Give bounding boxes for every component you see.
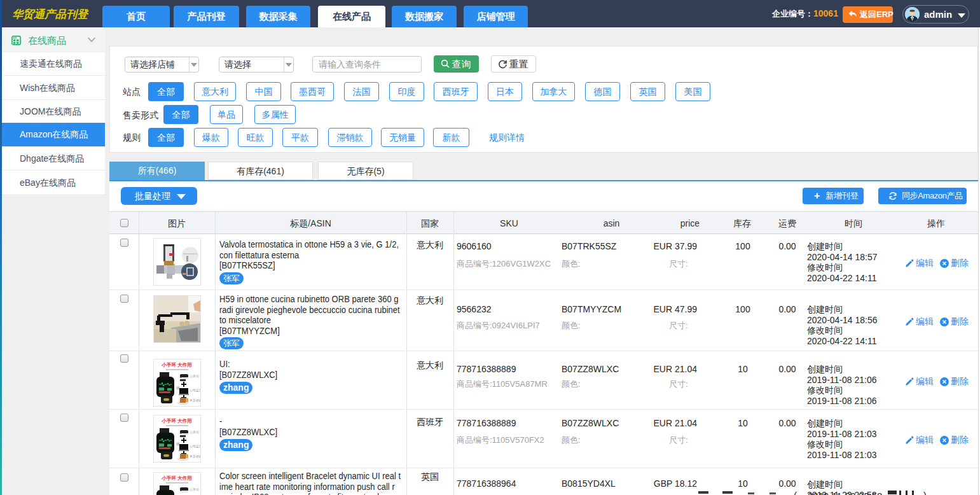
svg-text:心率仪: 心率仪	[189, 487, 200, 491]
svg-text:单反相机包: 单反相机包	[190, 398, 200, 402]
svg-text:佩: 佩	[176, 386, 180, 390]
svg-text:心率仪: 心率仪	[189, 374, 200, 378]
svg-text:小手环 大作用: 小手环 大作用	[161, 418, 191, 424]
svg-text:单反相机包: 单反相机包	[190, 454, 200, 458]
svg-text:小手环 大作用: 小手环 大作用	[161, 362, 191, 368]
svg-text:小手环 大作用: 小手环 大作用	[161, 475, 191, 481]
svg-text:心电监测仪: 心电监测仪	[189, 388, 200, 393]
svg-text:心电监测仪: 心电监测仪	[189, 444, 200, 449]
svg-text:心率仪: 心率仪	[189, 430, 200, 434]
svg-text:佩: 佩	[176, 442, 180, 446]
